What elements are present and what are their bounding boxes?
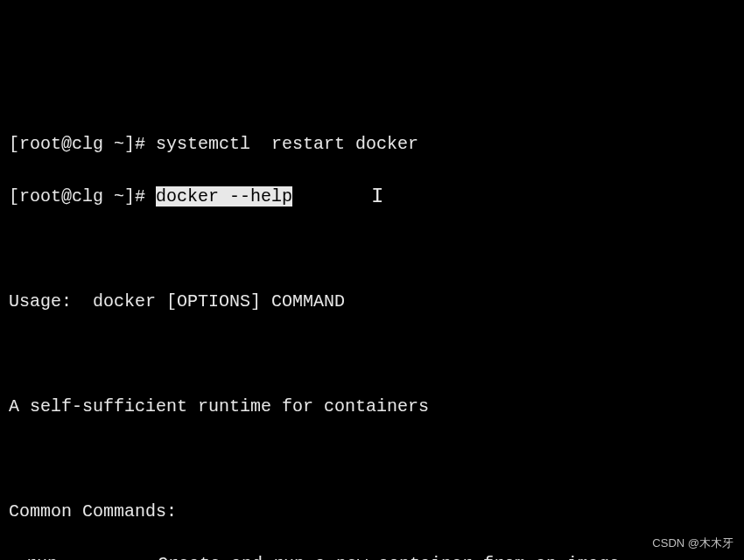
blank-line bbox=[9, 446, 735, 472]
terminal-output[interactable]: [root@clg ~]# systemctl restart docker [… bbox=[0, 105, 744, 560]
command-row: runCreate and run a new container from a… bbox=[9, 551, 735, 560]
text-cursor-icon: I bbox=[371, 186, 383, 207]
watermark-text: CSDN @木木牙 bbox=[652, 535, 733, 552]
prompt-prefix: [root@clg ~]# bbox=[9, 186, 156, 206]
prompt-prefix: [root@clg ~]# bbox=[9, 134, 156, 154]
command-name: run bbox=[9, 551, 158, 560]
common-commands-list: runCreate and run a new container from a… bbox=[9, 551, 735, 560]
prompt-line-2: [root@clg ~]# docker --helpI bbox=[9, 184, 735, 210]
prompt-command: systemctl restart docker bbox=[156, 134, 418, 154]
blank-line bbox=[9, 236, 735, 262]
command-description: Create and run a new container from an i… bbox=[158, 551, 620, 560]
usage-line: Usage: docker [OPTIONS] COMMAND bbox=[9, 289, 735, 315]
prompt-line-1: [root@clg ~]# systemctl restart docker bbox=[9, 131, 735, 158]
common-commands-header: Common Commands: bbox=[9, 499, 735, 525]
selected-command-text: docker --help bbox=[156, 186, 292, 206]
description-line: A self-sufficient runtime for containers bbox=[9, 394, 735, 420]
blank-line bbox=[9, 341, 735, 368]
